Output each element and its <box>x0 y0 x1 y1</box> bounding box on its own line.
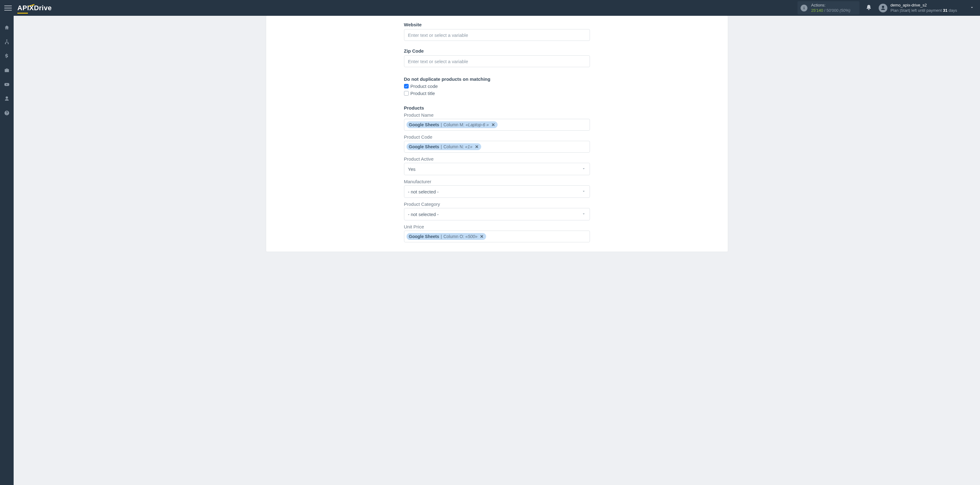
products-heading: Products <box>404 105 590 111</box>
bell-icon <box>865 4 872 11</box>
chevron-down-icon <box>582 166 586 172</box>
notifications-button[interactable] <box>865 4 872 11</box>
checkbox-icon <box>404 91 409 96</box>
checkbox-icon <box>404 84 409 89</box>
category-select[interactable]: - not selected - <box>404 208 590 220</box>
actions-counter[interactable]: i Actions: 25'140 / 50'000 (50%) <box>797 1 859 14</box>
logo-text-right: Drive <box>34 4 52 12</box>
sidebar <box>0 16 14 485</box>
actions-used: 25'140 <box>811 8 823 13</box>
account-name: demo_apix-drive_s2 <box>891 3 957 8</box>
sidebar-item-video[interactable] <box>0 81 14 88</box>
token-unit-price: Google Sheets | Column O: «500» ✕ <box>407 233 487 240</box>
zip-label: Zip Code <box>404 48 590 54</box>
dollar-icon <box>4 53 10 59</box>
sidebar-item-billing[interactable] <box>0 52 14 60</box>
product-code-label: Product Code <box>404 134 590 139</box>
sidebar-item-home[interactable] <box>0 24 14 31</box>
token-remove[interactable]: ✕ <box>480 234 484 239</box>
form-panel: Website Zip Code Do not duplicate produc… <box>266 16 728 252</box>
chevron-down-icon <box>969 5 974 10</box>
help-icon <box>4 110 10 116</box>
product-name-input[interactable]: Google Sheets | Column M: «Laptop-6 » ✕ <box>404 119 590 131</box>
logo-text-x: X <box>29 4 34 12</box>
home-icon <box>4 25 10 30</box>
website-label: Website <box>404 22 590 27</box>
youtube-icon <box>4 82 10 87</box>
product-code-input[interactable]: Google Sheets | Column N: «1» ✕ <box>404 141 590 152</box>
website-input[interactable] <box>404 29 590 41</box>
category-label: Product Category <box>404 201 590 207</box>
info-icon: i <box>800 5 807 11</box>
unit-price-label: Unit Price <box>404 224 590 229</box>
sidebar-item-profile[interactable] <box>0 95 14 103</box>
actions-total: / 50'000 <box>824 8 838 13</box>
unit-price-input[interactable]: Google Sheets | Column O: «500» ✕ <box>404 231 590 242</box>
menu-toggle[interactable] <box>4 4 12 12</box>
checkbox-product-code[interactable]: Product code <box>404 84 590 89</box>
product-active-select[interactable]: Yes <box>404 163 590 175</box>
nodup-heading: Do not duplicate products on matching <box>404 76 590 82</box>
topbar: APIXDrive i Actions: 25'140 / 50'000 (50… <box>0 0 980 16</box>
checkbox-product-title[interactable]: Product title <box>404 91 590 96</box>
chevron-down-icon <box>582 212 586 217</box>
account-plan: Plan |Start| left until payment 31 days <box>891 8 957 13</box>
token-product-code: Google Sheets | Column N: «1» ✕ <box>407 143 481 150</box>
sidebar-item-briefcase[interactable] <box>0 67 14 74</box>
user-icon <box>880 5 886 11</box>
sidebar-item-help[interactable] <box>0 109 14 117</box>
briefcase-icon <box>4 68 10 73</box>
checkbox-label: Product code <box>410 84 438 89</box>
token-remove[interactable]: ✕ <box>492 122 495 127</box>
token-remove[interactable]: ✕ <box>475 144 479 149</box>
account-menu[interactable]: demo_apix-drive_s2 Plan |Start| left unt… <box>879 3 957 13</box>
actions-label: Actions: <box>811 3 850 8</box>
sitemap-icon <box>4 39 10 44</box>
product-name-label: Product Name <box>404 113 590 117</box>
manufacturer-select[interactable]: - not selected - <box>404 185 590 198</box>
zip-input[interactable] <box>404 55 590 67</box>
actions-percent: (50%) <box>840 8 851 13</box>
check-icon <box>405 84 408 88</box>
sidebar-item-connections[interactable] <box>0 38 14 46</box>
logo-text-left: API <box>18 4 29 12</box>
avatar <box>879 4 887 13</box>
product-active-label: Product Active <box>404 156 590 162</box>
manufacturer-label: Manufacturer <box>404 179 590 184</box>
logo[interactable]: APIXDrive <box>18 4 52 12</box>
chevron-down-icon <box>582 189 586 194</box>
account-caret[interactable] <box>969 5 974 11</box>
checkbox-label: Product title <box>410 91 435 96</box>
token-product-name: Google Sheets | Column M: «Laptop-6 » ✕ <box>407 121 498 128</box>
user-icon <box>4 96 10 101</box>
